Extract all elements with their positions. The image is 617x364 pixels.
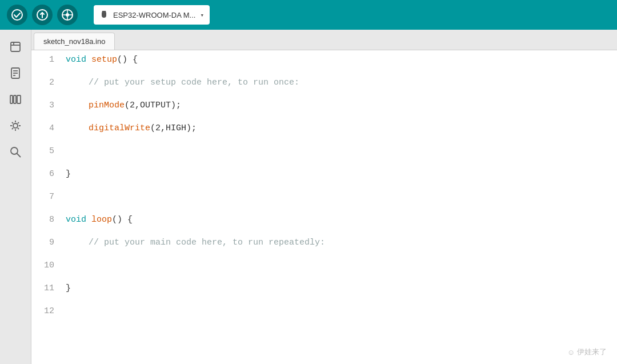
line-num-10: 10 — [31, 261, 66, 270]
watermark: ☺ 伊娃来了 — [567, 347, 607, 357]
line-content-4: digitalWrite(2,HIGH); — [89, 123, 197, 133]
svg-point-18 — [11, 147, 18, 154]
tab-bar: sketch_nov18a.ino — [31, 30, 617, 50]
line-num-8: 8 — [31, 215, 66, 225]
main-area: sketch_nov18a.ino 1 void setup() { 2 // … — [31, 30, 617, 364]
svg-rect-14 — [10, 95, 13, 103]
line-num-7: 7 — [31, 192, 66, 202]
line-content-3: pinMode(2,OUTPUT); — [89, 101, 181, 110]
line-num-4: 4 — [31, 123, 66, 133]
code-line-3: 3 pinMode(2,OUTPUT); — [31, 101, 617, 123]
watermark-text: 伊娃来了 — [577, 347, 607, 357]
line-num-9: 9 — [31, 238, 66, 247]
code-line-10: 10 — [31, 261, 617, 283]
svg-rect-15 — [14, 95, 16, 103]
svg-rect-16 — [17, 95, 21, 103]
code-line-12: 12 — [31, 306, 617, 329]
code-line-4: 4 digitalWrite(2,HIGH); — [31, 123, 617, 146]
line-content-2: // put your setup code here, to run once… — [89, 78, 299, 87]
line-content-1: void setup() { — [66, 55, 138, 65]
sidebar-libraries-icon[interactable] — [4, 88, 27, 111]
sidebar-sketches-icon[interactable] — [4, 62, 27, 85]
svg-point-4 — [66, 13, 69, 17]
line-content-6: } — [66, 169, 71, 179]
usb-icon — [99, 9, 109, 21]
line-num-12: 12 — [31, 306, 66, 316]
toolbar: ESP32-WROOM-DA M... ▾ — [0, 0, 617, 30]
board-name-label: ESP32-WROOM-DA M... — [113, 11, 195, 19]
svg-rect-9 — [11, 42, 20, 51]
line-num-1: 1 — [31, 55, 66, 65]
line-content-8: void loop() { — [66, 215, 133, 225]
line-num-3: 3 — [31, 101, 66, 110]
svg-point-0 — [12, 10, 22, 20]
upload-button[interactable] — [32, 5, 53, 25]
svg-line-19 — [17, 154, 21, 158]
code-line-7: 7 — [31, 192, 617, 215]
code-line-1: 1 void setup() { — [31, 55, 617, 78]
dropdown-arrow-icon: ▾ — [200, 11, 204, 19]
verify-button[interactable] — [7, 5, 27, 25]
code-line-8: 8 void loop() { — [31, 215, 617, 238]
code-line-2: 2 // put your setup code here, to run on… — [31, 78, 617, 101]
sidebar-boards-icon[interactable] — [4, 114, 27, 137]
line-num-11: 11 — [31, 283, 66, 293]
code-line-6: 6 } — [31, 169, 617, 192]
line-content-9: // put your main code here, to run repea… — [89, 238, 325, 247]
code-line-9: 9 // put your main code here, to run rep… — [31, 238, 617, 261]
code-line-5: 5 — [31, 146, 617, 169]
sidebar-search-icon[interactable] — [4, 141, 27, 163]
sidebar — [0, 30, 31, 364]
svg-point-17 — [13, 123, 18, 128]
line-num-2: 2 — [31, 78, 66, 87]
sidebar-files-icon[interactable] — [4, 35, 27, 58]
line-content-11: } — [66, 283, 71, 293]
board-selector[interactable]: ESP32-WROOM-DA M... ▾ — [94, 5, 210, 25]
line-num-6: 6 — [31, 169, 66, 179]
code-line-11: 11 } — [31, 283, 617, 306]
tab-sketch[interactable]: sketch_nov18a.ino — [34, 33, 115, 50]
code-editor[interactable]: 1 void setup() { 2 // put your setup cod… — [31, 50, 617, 364]
watermark-icon: ☺ — [567, 348, 575, 357]
line-num-5: 5 — [31, 146, 66, 156]
debugger-button[interactable] — [57, 5, 78, 25]
